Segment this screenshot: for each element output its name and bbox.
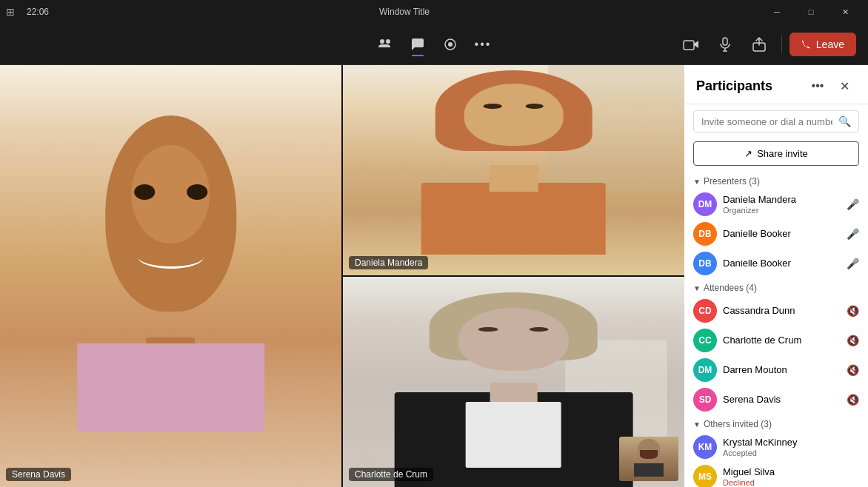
attendees-section-header[interactable]: ▼ Attendees (4)	[684, 278, 868, 296]
participant-role: Declined	[723, 478, 859, 487]
effects-icon-btn[interactable]	[435, 30, 465, 59]
mic-muted-icon-3: 🔇	[847, 364, 859, 376]
separator	[781, 36, 782, 53]
leave-button[interactable]: Leave	[789, 33, 856, 56]
title-bar: ⊞ 22:06 Window Title ─ □ ✕	[0, 0, 868, 24]
app-shell: •••	[0, 24, 868, 487]
more-icon-btn[interactable]: •••	[468, 30, 498, 59]
participant-danielle-booker-1[interactable]: DB Danielle Booker 🎤	[684, 219, 868, 249]
participant-daniela-mandera[interactable]: DM Daniela Mandera Organizer 🎤	[684, 189, 868, 219]
video-tile-serena: Serena Davis	[0, 65, 341, 487]
svg-rect-3	[723, 38, 727, 45]
camera-icon	[683, 38, 699, 51]
search-icon: 🔍	[838, 115, 851, 127]
mic-btn[interactable]	[710, 30, 740, 59]
panel-close-btn[interactable]: ✕	[832, 74, 856, 98]
toolbar-center: •••	[294, 30, 573, 59]
phone-icon	[801, 39, 812, 50]
people-icon	[378, 37, 393, 52]
avatar-initials: KM	[698, 442, 712, 452]
presenters-section-header[interactable]: ▼ Presenters (3)	[684, 172, 868, 189]
title-bar-controls: ─ □ ✕	[760, 0, 862, 24]
avatar-cassandra-dunn: CD	[693, 299, 717, 323]
chat-icon-btn[interactable]	[403, 30, 433, 59]
participants-list: ▼ Presenters (3) DM Daniela Mandera Orga…	[684, 172, 868, 487]
share-btn[interactable]	[744, 30, 774, 59]
participant-info: Cassandra Dunn	[723, 305, 841, 317]
video-area: Serena Davis	[0, 65, 684, 487]
participant-name: Charlotte de Crum	[723, 335, 841, 346]
avatar-initials: CC	[698, 335, 711, 346]
toolbar-right: Leave	[577, 30, 856, 59]
participant-info: Serena Davis	[723, 394, 841, 406]
participant-info: Daniela Mandera Organizer	[723, 194, 841, 215]
panel-title: Participants	[696, 78, 772, 94]
search-input[interactable]	[701, 116, 832, 127]
share-icon-glyph: ↗	[744, 148, 752, 159]
maximize-button[interactable]: □	[794, 0, 828, 24]
people-icon-btn[interactable]	[370, 30, 400, 59]
svg-point-1	[448, 42, 453, 47]
toolbar: •••	[0, 24, 868, 65]
mic-on-icon: 🎤	[847, 198, 859, 210]
share-invite-button[interactable]: ↗ Share invite	[693, 141, 859, 166]
participant-role: Accepted	[723, 449, 859, 457]
participant-serena-davis[interactable]: SD Serena Davis 🔇	[684, 385, 868, 414]
video-tile-daniela: Daniela Mandera	[343, 65, 684, 275]
others-label: Others invited (3)	[704, 419, 772, 429]
avatar-danielle-booker-1: DB	[693, 222, 717, 246]
participant-info: Krystal McKinney Accepted	[723, 437, 859, 457]
title-bar-left: ⊞ 22:06	[6, 6, 49, 18]
participant-miguel-silva[interactable]: MS Miguel Silva Declined	[684, 462, 868, 487]
app-grid-icon: ⊞	[6, 6, 15, 18]
avatar-initials: MS	[698, 471, 712, 482]
serena-label: Serena Davis	[6, 468, 71, 481]
window-title: Window Title	[379, 7, 430, 17]
camera-btn[interactable]	[676, 30, 706, 59]
participant-info: Darren Mouton	[723, 364, 841, 376]
minimize-button[interactable]: ─	[760, 0, 794, 24]
participant-name: Danielle Booker	[723, 258, 841, 269]
avatar-initials: CD	[698, 306, 711, 316]
mic-muted-icon: 🔇	[847, 305, 859, 317]
others-section-header[interactable]: ▼ Others invited (3)	[684, 414, 868, 432]
attendees-chevron: ▼	[693, 284, 701, 292]
panel-more-btn[interactable]: •••	[806, 74, 829, 98]
panel-header-actions: ••• ✕	[806, 74, 856, 98]
participant-name: Darren Mouton	[723, 364, 841, 376]
avatar-miguel-silva: MS	[693, 465, 717, 487]
mic-on-icon-3: 🎤	[847, 258, 859, 269]
avatar-charlotte-de-crum: CC	[693, 329, 717, 352]
others-chevron: ▼	[693, 420, 701, 429]
participant-cassandra-dunn[interactable]: CD Cassandra Dunn 🔇	[684, 296, 868, 326]
mic-icon	[718, 37, 732, 52]
participant-name: Cassandra Dunn	[723, 305, 841, 317]
avatar-initials: DM	[698, 199, 712, 209]
avatar-darren-mouton: DM	[693, 358, 717, 382]
attendees-label: Attendees (4)	[704, 283, 757, 293]
panel-header: Participants ••• ✕	[684, 65, 868, 104]
mic-on-icon-2: 🎤	[847, 228, 859, 240]
participant-charlotte-de-crum[interactable]: CC Charlotte de Crum 🔇	[684, 326, 868, 355]
participant-krystal-mckinney[interactable]: KM Krystal McKinney Accepted	[684, 432, 868, 462]
mic-muted-icon-2: 🔇	[847, 335, 859, 346]
close-button[interactable]: ✕	[828, 0, 862, 24]
avatar-krystal-mckinney: KM	[693, 435, 717, 459]
toolbar-time-left: 22:06	[27, 7, 49, 17]
presenters-chevron: ▼	[693, 178, 701, 186]
daniela-name: Daniela Mandera	[355, 258, 422, 268]
participant-role: Organizer	[723, 206, 841, 215]
participant-info: Miguel Silva Declined	[723, 466, 859, 487]
participant-info: Danielle Booker	[723, 258, 841, 269]
participants-panel: Participants ••• ✕ 🔍 ↗ Share invite ▼ Pr…	[684, 65, 868, 487]
charlotte-name: Charlotte de Crum	[355, 469, 427, 480]
participant-danielle-booker-2[interactable]: DB Danielle Booker 🎤	[684, 249, 868, 278]
avatar-daniela-mandera: DM	[693, 192, 717, 216]
daniela-label: Daniela Mandera	[349, 256, 428, 269]
avatar-initials: SD	[699, 394, 712, 405]
participant-info: Charlotte de Crum	[723, 335, 841, 346]
search-bar: 🔍	[693, 110, 859, 132]
participant-darren-mouton[interactable]: DM Darren Mouton 🔇	[684, 355, 868, 385]
leave-label: Leave	[816, 38, 844, 50]
mic-muted-icon-4: 🔇	[847, 394, 859, 406]
